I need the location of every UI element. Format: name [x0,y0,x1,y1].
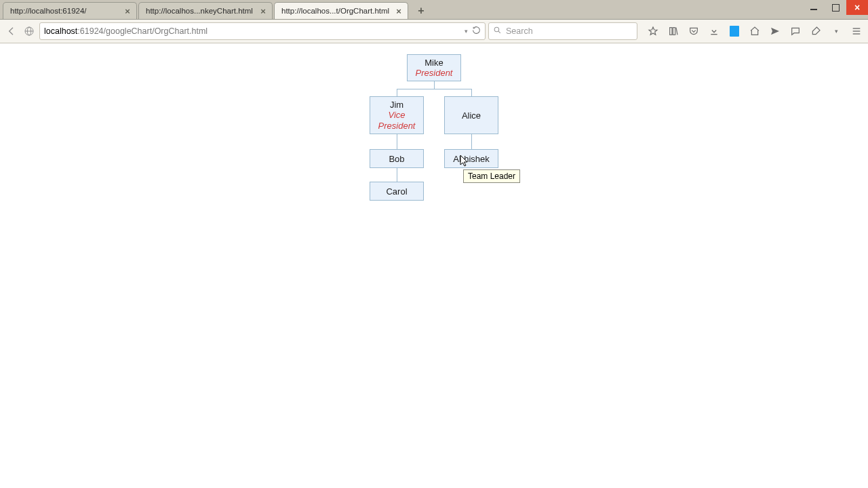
window-close-button[interactable]: × [846,0,868,15]
browser-tab-0[interactable]: http://localhost:61924/ × [3,2,137,19]
org-node-carol[interactable]: Carol [370,182,424,201]
connector [471,134,472,149]
node-name: Alice [462,110,481,121]
org-chart: Mike President Jim Vice President Alice … [183,54,685,271]
connector [397,89,471,89]
connector [397,134,397,149]
navbar: localhost :61924/googleChart/OrgChart.ht… [0,20,868,43]
reload-button[interactable] [472,26,481,37]
home-icon[interactable] [749,25,761,37]
tab-title: http://localhos...t/OrgChart.html [281,7,390,15]
svg-rect-9 [711,34,717,35]
pocket-icon[interactable] [688,25,700,37]
url-input[interactable]: localhost :61924/googleChart/OrgChart.ht… [39,22,486,40]
org-node-mike[interactable]: Mike President [407,54,461,81]
bookmark-star-icon[interactable] [647,25,659,37]
org-node-alice[interactable]: Alice [444,96,498,134]
window-controls: × [803,0,868,15]
tab-strip: http://localhost:61924/ × http://localho… [0,0,430,19]
svg-line-4 [498,31,500,33]
node-tooltip: Team Leader [463,169,520,183]
svg-rect-7 [673,28,675,35]
maximize-button[interactable] [825,0,846,15]
minimize-button[interactable] [803,0,825,15]
close-tab-icon[interactable]: × [258,6,268,16]
tab-title: http://localhost:61924/ [10,7,119,15]
new-tab-button[interactable]: + [412,4,430,18]
node-title: President [416,68,453,79]
search-placeholder: Search [506,26,533,36]
svg-marker-5 [649,27,657,35]
browser-tab-1[interactable]: http://localhos...nkeyChart.html × [138,2,273,19]
url-host: localhost [44,26,77,36]
window-titlebar: http://localhost:61924/ × http://localho… [0,0,868,20]
org-node-jim[interactable]: Jim Vice President [370,96,424,134]
hamburger-menu-icon[interactable] [850,25,863,37]
connector [397,168,397,182]
downloads-icon[interactable] [708,25,720,37]
node-name: Mike [425,58,443,68]
connector [434,81,435,89]
search-icon [493,26,502,37]
tab-title: http://localhos...nkeyChart.html [146,7,254,15]
back-button[interactable] [4,24,19,39]
svg-rect-6 [670,28,672,35]
container-icon[interactable] [728,25,741,37]
org-node-bob[interactable]: Bob [370,149,424,168]
send-icon[interactable] [769,25,781,37]
library-icon[interactable] [667,25,679,37]
node-name: Jim [390,100,403,110]
url-path: :61924/googleChart/OrgChart.html [77,26,208,36]
brush-icon[interactable] [810,25,822,37]
svg-line-8 [676,28,677,35]
node-name: Carol [386,186,407,197]
chat-icon[interactable] [789,25,802,37]
search-input[interactable]: Search [488,22,637,40]
close-tab-icon[interactable]: × [123,6,132,16]
overflow-dropdown-icon[interactable]: ▾ [830,25,842,37]
node-name: Abhishek [453,154,489,164]
url-dropdown-icon[interactable]: ▾ [465,28,468,35]
connector [397,89,397,96]
browser-tab-2[interactable]: http://localhos...t/OrgChart.html × [274,2,408,19]
close-tab-icon[interactable]: × [394,6,403,16]
connector [471,89,472,96]
toolbar-icons: ▾ [647,25,863,37]
svg-point-3 [494,27,499,32]
page-content: Mike President Jim Vice President Alice … [0,54,868,488]
globe-icon [22,24,37,39]
org-node-abhishek[interactable]: Abhishek [444,149,498,168]
node-name: Bob [389,154,404,164]
node-title: Vice President [378,110,416,131]
